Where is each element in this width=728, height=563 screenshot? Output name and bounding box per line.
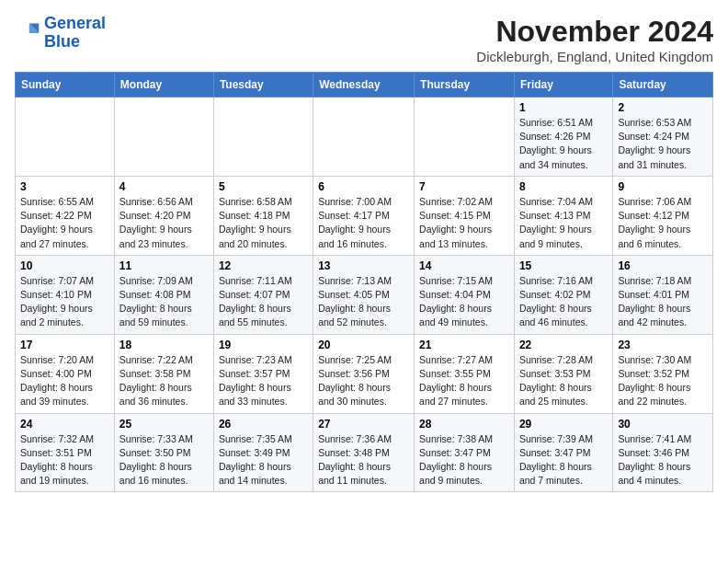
day-info: Sunrise: 6:58 AM Sunset: 4:18 PM Dayligh… bbox=[219, 195, 308, 251]
day-number: 21 bbox=[419, 339, 509, 351]
day-info: Sunrise: 7:27 AM Sunset: 3:55 PM Dayligh… bbox=[419, 353, 509, 409]
day-info: Sunrise: 7:00 AM Sunset: 4:17 PM Dayligh… bbox=[318, 195, 409, 251]
calendar-week-5: 24Sunrise: 7:32 AM Sunset: 3:51 PM Dayli… bbox=[16, 413, 713, 492]
day-number: 3 bbox=[20, 180, 109, 193]
day-info: Sunrise: 7:20 AM Sunset: 4:00 PM Dayligh… bbox=[20, 353, 109, 409]
day-number: 23 bbox=[618, 339, 708, 351]
calendar-cell: 16Sunrise: 7:18 AM Sunset: 4:01 PM Dayli… bbox=[613, 255, 713, 334]
calendar-cell: 25Sunrise: 7:33 AM Sunset: 3:50 PM Dayli… bbox=[114, 413, 213, 492]
calendar-header-row: SundayMondayTuesdayWednesdayThursdayFrid… bbox=[16, 73, 713, 98]
day-info: Sunrise: 7:18 AM Sunset: 4:01 PM Dayligh… bbox=[618, 274, 708, 330]
day-number: 9 bbox=[618, 180, 708, 193]
calendar-cell: 24Sunrise: 7:32 AM Sunset: 3:51 PM Dayli… bbox=[16, 413, 115, 492]
calendar-cell: 8Sunrise: 7:04 AM Sunset: 4:13 PM Daylig… bbox=[514, 176, 612, 255]
calendar-cell: 23Sunrise: 7:30 AM Sunset: 3:52 PM Dayli… bbox=[613, 334, 713, 413]
day-info: Sunrise: 7:41 AM Sunset: 3:46 PM Dayligh… bbox=[618, 432, 708, 488]
calendar-cell: 22Sunrise: 7:28 AM Sunset: 3:53 PM Dayli… bbox=[514, 334, 612, 413]
day-info: Sunrise: 7:36 AM Sunset: 3:48 PM Dayligh… bbox=[318, 432, 409, 488]
calendar-table: SundayMondayTuesdayWednesdayThursdayFrid… bbox=[15, 72, 713, 492]
calendar-cell: 27Sunrise: 7:36 AM Sunset: 3:48 PM Dayli… bbox=[313, 413, 415, 492]
calendar-cell: 21Sunrise: 7:27 AM Sunset: 3:55 PM Dayli… bbox=[415, 334, 515, 413]
day-info: Sunrise: 7:09 AM Sunset: 4:08 PM Dayligh… bbox=[119, 274, 209, 330]
calendar-cell bbox=[213, 98, 313, 177]
logo-icon bbox=[15, 20, 40, 46]
day-number: 8 bbox=[519, 180, 608, 193]
calendar-week-2: 3Sunrise: 6:55 AM Sunset: 4:22 PM Daylig… bbox=[16, 176, 713, 255]
logo: General Blue bbox=[15, 15, 106, 52]
day-number: 6 bbox=[318, 180, 409, 193]
day-number: 1 bbox=[519, 101, 608, 114]
day-info: Sunrise: 7:04 AM Sunset: 4:13 PM Dayligh… bbox=[519, 195, 608, 251]
calendar-cell: 10Sunrise: 7:07 AM Sunset: 4:10 PM Dayli… bbox=[16, 255, 115, 334]
day-info: Sunrise: 7:22 AM Sunset: 3:58 PM Dayligh… bbox=[119, 353, 209, 409]
calendar-cell: 9Sunrise: 7:06 AM Sunset: 4:12 PM Daylig… bbox=[613, 176, 713, 255]
day-number: 13 bbox=[318, 259, 409, 272]
day-number: 12 bbox=[219, 259, 308, 272]
calendar-cell: 6Sunrise: 7:00 AM Sunset: 4:17 PM Daylig… bbox=[313, 176, 415, 255]
calendar-cell: 11Sunrise: 7:09 AM Sunset: 4:08 PM Dayli… bbox=[114, 255, 213, 334]
day-info: Sunrise: 7:28 AM Sunset: 3:53 PM Dayligh… bbox=[519, 353, 608, 409]
day-info: Sunrise: 7:35 AM Sunset: 3:49 PM Dayligh… bbox=[219, 432, 308, 488]
day-info: Sunrise: 7:25 AM Sunset: 3:56 PM Dayligh… bbox=[318, 353, 409, 409]
day-number: 10 bbox=[20, 259, 109, 272]
day-info: Sunrise: 6:53 AM Sunset: 4:24 PM Dayligh… bbox=[618, 116, 708, 172]
day-number: 7 bbox=[419, 180, 509, 193]
day-info: Sunrise: 7:06 AM Sunset: 4:12 PM Dayligh… bbox=[618, 195, 708, 251]
header-saturday: Saturday bbox=[613, 73, 713, 98]
day-number: 28 bbox=[419, 418, 509, 431]
calendar-cell: 26Sunrise: 7:35 AM Sunset: 3:49 PM Dayli… bbox=[213, 413, 313, 492]
day-number: 17 bbox=[20, 339, 109, 351]
calendar-cell bbox=[415, 98, 515, 177]
calendar-cell: 12Sunrise: 7:11 AM Sunset: 4:07 PM Dayli… bbox=[213, 255, 313, 334]
day-info: Sunrise: 7:33 AM Sunset: 3:50 PM Dayligh… bbox=[119, 432, 209, 488]
calendar-week-1: 1Sunrise: 6:51 AM Sunset: 4:26 PM Daylig… bbox=[16, 98, 713, 177]
day-number: 29 bbox=[519, 418, 608, 431]
month-title: November 2024 bbox=[476, 15, 713, 49]
day-number: 5 bbox=[219, 180, 308, 193]
calendar-cell: 28Sunrise: 7:38 AM Sunset: 3:47 PM Dayli… bbox=[415, 413, 515, 492]
day-info: Sunrise: 7:02 AM Sunset: 4:15 PM Dayligh… bbox=[419, 195, 509, 251]
calendar-cell: 20Sunrise: 7:25 AM Sunset: 3:56 PM Dayli… bbox=[313, 334, 415, 413]
page-header: General Blue November 2024 Dickleburgh, … bbox=[15, 15, 713, 64]
header-tuesday: Tuesday bbox=[213, 73, 313, 98]
day-number: 25 bbox=[119, 418, 209, 431]
calendar-cell: 19Sunrise: 7:23 AM Sunset: 3:57 PM Dayli… bbox=[213, 334, 313, 413]
calendar-cell: 7Sunrise: 7:02 AM Sunset: 4:15 PM Daylig… bbox=[415, 176, 515, 255]
day-number: 4 bbox=[119, 180, 209, 193]
day-number: 19 bbox=[219, 339, 308, 351]
calendar-cell: 3Sunrise: 6:55 AM Sunset: 4:22 PM Daylig… bbox=[16, 176, 115, 255]
calendar-cell: 1Sunrise: 6:51 AM Sunset: 4:26 PM Daylig… bbox=[514, 98, 612, 177]
calendar-cell bbox=[313, 98, 415, 177]
calendar-cell: 4Sunrise: 6:56 AM Sunset: 4:20 PM Daylig… bbox=[114, 176, 213, 255]
calendar-cell: 13Sunrise: 7:13 AM Sunset: 4:05 PM Dayli… bbox=[313, 255, 415, 334]
day-info: Sunrise: 7:38 AM Sunset: 3:47 PM Dayligh… bbox=[419, 432, 509, 488]
calendar-cell: 29Sunrise: 7:39 AM Sunset: 3:47 PM Dayli… bbox=[514, 413, 612, 492]
header-monday: Monday bbox=[114, 73, 213, 98]
calendar-cell bbox=[114, 98, 213, 177]
day-info: Sunrise: 7:16 AM Sunset: 4:02 PM Dayligh… bbox=[519, 274, 608, 330]
day-info: Sunrise: 7:07 AM Sunset: 4:10 PM Dayligh… bbox=[20, 274, 109, 330]
day-number: 30 bbox=[618, 418, 708, 431]
title-block: November 2024 Dickleburgh, England, Unit… bbox=[476, 15, 713, 64]
day-info: Sunrise: 7:13 AM Sunset: 4:05 PM Dayligh… bbox=[318, 274, 409, 330]
day-info: Sunrise: 6:55 AM Sunset: 4:22 PM Dayligh… bbox=[20, 195, 109, 251]
day-info: Sunrise: 7:11 AM Sunset: 4:07 PM Dayligh… bbox=[219, 274, 308, 330]
header-sunday: Sunday bbox=[16, 73, 115, 98]
header-wednesday: Wednesday bbox=[313, 73, 415, 98]
day-number: 27 bbox=[318, 418, 409, 431]
logo-text: General Blue bbox=[44, 15, 106, 52]
day-info: Sunrise: 7:32 AM Sunset: 3:51 PM Dayligh… bbox=[20, 432, 109, 488]
calendar-cell: 30Sunrise: 7:41 AM Sunset: 3:46 PM Dayli… bbox=[613, 413, 713, 492]
calendar-week-4: 17Sunrise: 7:20 AM Sunset: 4:00 PM Dayli… bbox=[16, 334, 713, 413]
day-number: 24 bbox=[20, 418, 109, 431]
calendar-cell: 15Sunrise: 7:16 AM Sunset: 4:02 PM Dayli… bbox=[514, 255, 612, 334]
location: Dickleburgh, England, United Kingdom bbox=[476, 49, 713, 64]
day-info: Sunrise: 7:23 AM Sunset: 3:57 PM Dayligh… bbox=[219, 353, 308, 409]
day-info: Sunrise: 7:30 AM Sunset: 3:52 PM Dayligh… bbox=[618, 353, 708, 409]
calendar-cell: 18Sunrise: 7:22 AM Sunset: 3:58 PM Dayli… bbox=[114, 334, 213, 413]
calendar-cell bbox=[16, 98, 115, 177]
day-number: 16 bbox=[618, 259, 708, 272]
day-number: 22 bbox=[519, 339, 608, 351]
header-thursday: Thursday bbox=[415, 73, 515, 98]
calendar-cell: 17Sunrise: 7:20 AM Sunset: 4:00 PM Dayli… bbox=[16, 334, 115, 413]
